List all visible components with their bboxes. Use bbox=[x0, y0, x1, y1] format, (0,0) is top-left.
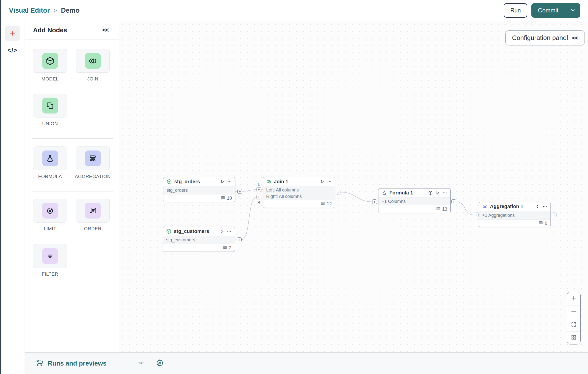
panel-collapse-icon[interactable]: << bbox=[102, 27, 108, 34]
fit-view-icon bbox=[571, 321, 577, 328]
tile-order[interactable]: ORDER bbox=[76, 199, 110, 231]
cube-icon bbox=[166, 229, 171, 234]
tile-filter-label: FILTER bbox=[18, 271, 82, 277]
play-icon[interactable] bbox=[435, 190, 440, 195]
commit-button[interactable]: Commit bbox=[531, 3, 565, 18]
handle-join-left-in[interactable]: + bbox=[257, 187, 261, 192]
code-view-button[interactable]: </> bbox=[0, 47, 25, 54]
play-icon[interactable] bbox=[220, 179, 225, 184]
window-edge bbox=[0, 0, 1, 374]
handle-formula-in[interactable]: + bbox=[372, 199, 377, 204]
tile-union-label: UNION bbox=[18, 121, 82, 126]
column-count: 12 bbox=[327, 201, 332, 207]
commit-dropdown-button[interactable] bbox=[565, 3, 580, 18]
handle-aggregation-in[interactable]: + bbox=[474, 213, 478, 217]
runs-and-previews-label: Runs and previews bbox=[48, 360, 107, 367]
handle-stg-customers-out[interactable]: + bbox=[237, 237, 242, 242]
node-title: Formula 1 bbox=[389, 190, 426, 196]
flask-icon bbox=[42, 150, 58, 166]
play-icon[interactable] bbox=[535, 204, 540, 209]
filter-icon bbox=[42, 248, 58, 264]
aggregation-icon bbox=[482, 204, 487, 209]
zoom-controls bbox=[567, 292, 581, 344]
play-icon[interactable] bbox=[320, 179, 325, 184]
union-icon bbox=[42, 98, 58, 113]
tile-order-label: ORDER bbox=[61, 226, 125, 231]
add-nodes-title: Add Nodes bbox=[33, 26, 67, 34]
zoom-in-button[interactable] bbox=[567, 292, 580, 305]
chevron-down-icon bbox=[570, 7, 576, 14]
group-divider bbox=[32, 191, 113, 191]
column-count: 13 bbox=[442, 207, 447, 212]
play-icon[interactable] bbox=[220, 229, 224, 234]
configuration-panel-label: Configuration panel bbox=[512, 34, 568, 42]
handle-aggregation-out[interactable]: + bbox=[552, 213, 556, 217]
layout-grid-button[interactable] bbox=[567, 331, 580, 344]
handle-formula-out[interactable]: + bbox=[451, 199, 456, 204]
aggregation-icon bbox=[85, 150, 101, 166]
columns-icon bbox=[321, 201, 325, 207]
columns-icon bbox=[436, 206, 441, 212]
column-count: 0 bbox=[545, 221, 547, 226]
cube-icon bbox=[42, 53, 58, 69]
column-count: 10 bbox=[227, 196, 232, 201]
slider-icon bbox=[137, 359, 145, 368]
node-aggregation-1[interactable]: Aggregation 1 +1 Aggregations 0 bbox=[479, 202, 551, 227]
node-formula-1[interactable]: Formula 1 +1 Columns 13 bbox=[378, 188, 451, 213]
tile-aggregation-label: AGGREGATION bbox=[61, 174, 125, 179]
node-title: stg_orders bbox=[174, 179, 218, 185]
more-options-icon[interactable] bbox=[442, 190, 447, 195]
node-title: Aggregation 1 bbox=[490, 204, 533, 209]
node-footer: 12 bbox=[263, 200, 335, 208]
more-options-icon[interactable] bbox=[227, 179, 232, 184]
breadcrumb-separator: > bbox=[54, 7, 57, 14]
handle-join-out[interactable]: + bbox=[336, 190, 340, 194]
grid-icon bbox=[571, 334, 577, 341]
more-options-icon[interactable] bbox=[327, 179, 332, 184]
plus-icon: + bbox=[10, 29, 15, 38]
fit-view-button[interactable] bbox=[567, 318, 580, 331]
tile-filter[interactable]: FILTER bbox=[33, 244, 67, 277]
compass-button[interactable] bbox=[156, 353, 164, 374]
node-stg-customers[interactable]: stg_customers stg_customers 2 bbox=[163, 227, 235, 252]
handle-stg-orders-out[interactable]: + bbox=[237, 189, 242, 194]
compass-icon bbox=[156, 359, 164, 368]
node-footer: 2 bbox=[163, 244, 235, 252]
tile-aggregation[interactable]: AGGREGATION bbox=[76, 147, 110, 179]
node-body-line: Right: All columns bbox=[266, 193, 332, 200]
columns-icon bbox=[221, 195, 225, 201]
node-join-1[interactable]: Join 1 Left: All columns Right: All colu… bbox=[263, 177, 335, 208]
more-options-icon[interactable] bbox=[227, 229, 231, 234]
join-right-port-label: R bbox=[257, 200, 261, 204]
node-footer: 13 bbox=[378, 205, 450, 213]
run-button[interactable]: Run bbox=[504, 3, 527, 18]
breadcrumb-visual-editor[interactable]: Visual Editor bbox=[9, 7, 50, 14]
tile-union[interactable]: UNION bbox=[33, 94, 67, 126]
route-icon bbox=[36, 359, 44, 368]
node-footer: 0 bbox=[479, 220, 551, 227]
runs-and-previews-button[interactable]: Runs and previews bbox=[36, 353, 107, 374]
zoom-out-button[interactable] bbox=[567, 305, 580, 318]
node-footer: 10 bbox=[163, 194, 235, 202]
plus-icon bbox=[571, 295, 577, 302]
columns-icon bbox=[223, 245, 227, 251]
handle-join-right-in[interactable]: + bbox=[257, 195, 261, 199]
venn-icon bbox=[266, 179, 271, 184]
node-body-text: +1 Columns bbox=[382, 198, 447, 205]
node-body-text: stg_orders bbox=[167, 187, 232, 193]
tile-join[interactable]: JOIN bbox=[76, 49, 110, 82]
panel-divider bbox=[25, 39, 119, 39]
more-options-icon[interactable] bbox=[543, 204, 547, 209]
toggle-slider-button[interactable] bbox=[137, 353, 145, 374]
visual-editor-app: Visual Editor > Demo Run Commit + </> bbox=[0, 0, 588, 374]
add-nodes-rail-button[interactable]: + bbox=[5, 26, 20, 41]
commit-split-button: Commit bbox=[531, 3, 580, 18]
minus-icon bbox=[571, 308, 577, 315]
node-stg-orders[interactable]: stg_orders stg_orders 10 bbox=[163, 177, 235, 202]
group-divider bbox=[32, 138, 113, 139]
configuration-panel-button[interactable]: Configuration panel << bbox=[505, 30, 585, 45]
collapse-chevrons-icon: << bbox=[572, 35, 578, 41]
node-title: Join 1 bbox=[274, 179, 317, 185]
join-left-port-label: L bbox=[257, 182, 261, 186]
add-nodes-panel: Add Nodes << MODEL JOIN UNION bbox=[25, 21, 119, 352]
